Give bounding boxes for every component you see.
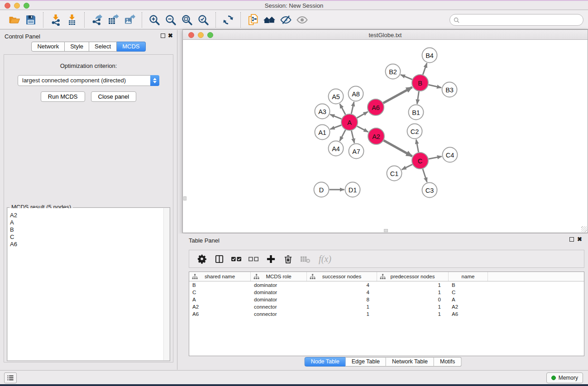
table-cell[interactable]: 1 [307,303,377,310]
toolbar-zoom-selected-icon[interactable] [195,12,211,28]
graph-edge-A-A4[interactable] [340,130,346,141]
result-scrollbar[interactable] [163,208,169,360]
toolbar-zoom-out-icon[interactable] [163,12,179,28]
graph-node-A2[interactable]: A2 [368,128,384,144]
search-input[interactable] [459,15,583,24]
resize-grip-left[interactable] [183,196,186,200]
graph-edge-A-A8[interactable] [351,102,354,114]
graph-node-A[interactable]: A [341,114,358,130]
table-cell[interactable]: A [449,296,488,303]
toolbar-zoom-fit-icon[interactable] [179,12,195,28]
table-cell[interactable]: connector [251,303,307,310]
graph-edge-B-B2[interactable] [401,75,412,80]
criterion-dropdown[interactable]: largest connected component (directed) [18,75,159,86]
close-panel-icon[interactable]: ✖ [168,33,173,39]
tab-mcds[interactable]: MCDS [117,42,145,52]
graph-edge-A-A5[interactable] [340,104,346,114]
table-cell[interactable]: 1 [377,289,449,296]
table-cell[interactable]: B [449,281,488,289]
tab-node-table[interactable]: Node Table [305,357,346,367]
graph-node-C3[interactable]: C3 [422,183,437,198]
graph-node-A8[interactable]: A8 [349,86,363,101]
table-cell[interactable]: connector [251,310,307,318]
graph-node-B3[interactable]: B3 [442,82,457,97]
graph-node-D1[interactable]: D1 [345,182,360,197]
float-panel-icon[interactable] [161,33,165,38]
table-toolbar-deselect-all-icon[interactable] [246,252,261,266]
table-cell[interactable]: 0 [377,296,449,303]
graph-node-A3[interactable]: A3 [315,104,330,119]
result-list-item[interactable]: A6 [8,241,169,248]
graph-node-A6[interactable]: A6 [368,99,384,115]
column-header-shared-name[interactable]: shared name [189,272,251,281]
graph-node-D[interactable]: D [314,182,329,197]
result-list-item[interactable]: A2 [8,212,169,219]
table-toolbar-gear-icon[interactable] [195,252,209,266]
table-cell[interactable]: 1 [307,310,377,318]
toolbar-export-image-icon[interactable] [121,12,138,28]
table-cell[interactable]: B [189,281,251,289]
table-cell[interactable]: C [189,289,251,296]
toolbar-show-details-icon[interactable] [294,12,310,28]
resize-grip-bottom[interactable] [384,229,388,232]
graph-node-B[interactable]: B [412,75,428,91]
resize-grip-corner[interactable] [581,226,587,232]
graph-node-C[interactable]: C [412,152,428,169]
graph-node-A1[interactable]: A1 [315,125,330,140]
toolbar-save-session-icon[interactable] [23,12,39,28]
graph-edge-C-C1[interactable] [402,164,412,169]
table-cell[interactable]: dominator [251,296,307,303]
task-history-button[interactable] [4,372,17,383]
graph-node-B1[interactable]: B1 [409,105,424,120]
graph-edge-B-B1[interactable] [417,91,419,104]
table-toolbar-select-all-icon[interactable] [229,252,244,266]
graph-edge-A-A7[interactable] [351,131,354,143]
table-close-panel-icon[interactable]: ✖ [577,236,582,243]
graph-edge-A6-B[interactable] [383,87,412,103]
column-header-predecessor-nodes[interactable]: predecessor nodes [377,272,449,281]
graph-node-C4[interactable]: C4 [443,148,458,162]
table-cell[interactable]: A [189,296,251,303]
result-list-item[interactable]: C [8,234,169,241]
graph-node-C1[interactable]: C1 [387,166,402,181]
graph-node-C2[interactable]: C2 [407,124,422,139]
table-cell[interactable]: 8 [307,296,377,303]
column-header-name[interactable]: name [449,272,488,281]
column-header-MCDS-role[interactable]: MCDS role [251,272,307,281]
table-cell[interactable]: C [449,289,488,296]
graph-node-A5[interactable]: A5 [329,89,344,104]
toolbar-open-session-icon[interactable] [6,12,23,28]
graph-node-A4[interactable]: A4 [329,141,344,156]
graph-edge-A2-C[interactable] [384,140,412,156]
graph-node-A7[interactable]: A7 [349,144,364,159]
table-cell[interactable]: 1 [377,310,449,318]
table-cell[interactable]: 4 [307,289,377,296]
graph-edge-A-A1[interactable] [330,125,341,129]
close-panel-button[interactable]: Close panel [91,91,137,102]
graph-node-B4[interactable]: B4 [422,48,437,63]
table-float-panel-icon[interactable] [569,237,574,242]
table-cell[interactable]: A2 [189,303,251,310]
table-cell[interactable]: dominator [251,281,307,289]
search-field[interactable] [449,14,583,26]
tab-style[interactable]: Style [65,42,89,52]
toolbar-import-network-icon[interactable] [48,12,64,28]
toolbar-zoom-in-icon[interactable] [146,12,163,28]
graph-edge-A-A2[interactable] [357,126,368,132]
network-canvas[interactable]: B4 B2 B B3 B1 A5 A8 A6 A3 A A1 A4 A7 [182,40,588,233]
toolbar-import-table-icon[interactable] [64,12,80,28]
tab-motifs[interactable]: Motifs [434,357,461,367]
table-cell[interactable]: 1 [377,281,449,289]
toolbar-export-table-icon[interactable] [105,12,121,28]
run-mcds-button[interactable]: Run MCDS [41,91,85,102]
graph-edge-C-C4[interactable] [429,157,442,159]
table-toolbar-add-column-icon[interactable] [263,252,278,266]
graph-node-B2[interactable]: B2 [386,64,401,79]
tab-select[interactable]: Select [89,42,117,52]
graph-edge-B-B3[interactable] [429,85,442,88]
table-cell[interactable]: dominator [251,289,307,296]
graph-edge-B-B4[interactable] [423,63,427,75]
column-header-successor-nodes[interactable]: successor nodes [307,272,377,281]
table-cell[interactable]: A6 [189,310,251,318]
toolbar-network-from-selection-icon[interactable] [245,12,261,28]
